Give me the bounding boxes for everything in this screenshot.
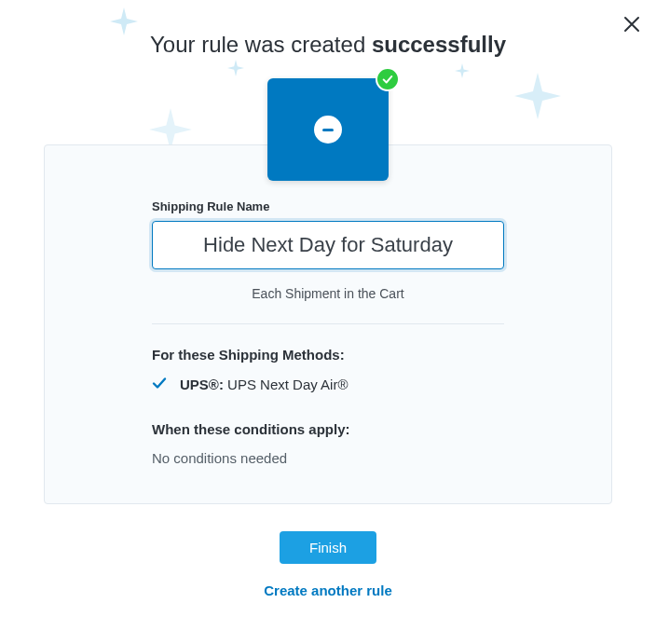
summary-panel: Shipping Rule Name Each Shipment in the … bbox=[44, 144, 612, 504]
conditions-heading: When these conditions apply: bbox=[152, 421, 504, 437]
dialog-title-prefix: Your rule was created bbox=[150, 32, 372, 57]
carrier-name: UPS®: bbox=[180, 377, 224, 392]
sparkle-icon bbox=[227, 60, 244, 76]
dialog-title: Your rule was created successfully bbox=[0, 32, 656, 58]
sparkle-icon bbox=[514, 73, 561, 119]
dialog-title-emphasis: successfully bbox=[372, 32, 506, 57]
divider bbox=[152, 323, 504, 324]
service-name: UPS Next Day Air® bbox=[227, 377, 348, 392]
sparkle-icon bbox=[455, 63, 470, 78]
shipping-methods-heading: For these Shipping Methods: bbox=[152, 347, 504, 363]
rule-type-card bbox=[267, 78, 389, 181]
rule-scope-text: Each Shipment in the Cart bbox=[152, 286, 504, 301]
finish-button[interactable]: Finish bbox=[280, 531, 376, 564]
rule-name-input[interactable] bbox=[152, 221, 504, 269]
hide-minus-icon bbox=[314, 116, 342, 144]
check-icon bbox=[381, 73, 394, 86]
shipping-method-text: UPS®: UPS Next Day Air® bbox=[180, 377, 348, 392]
shipping-method-item: UPS®: UPS Next Day Air® bbox=[152, 376, 504, 393]
conditions-none-text: No conditions needed bbox=[152, 450, 504, 466]
dialog-actions: Finish Create another rule bbox=[0, 531, 656, 598]
check-icon bbox=[152, 376, 167, 393]
create-another-link[interactable]: Create another rule bbox=[264, 582, 392, 598]
success-badge bbox=[376, 67, 400, 91]
rule-name-label: Shipping Rule Name bbox=[152, 199, 504, 213]
